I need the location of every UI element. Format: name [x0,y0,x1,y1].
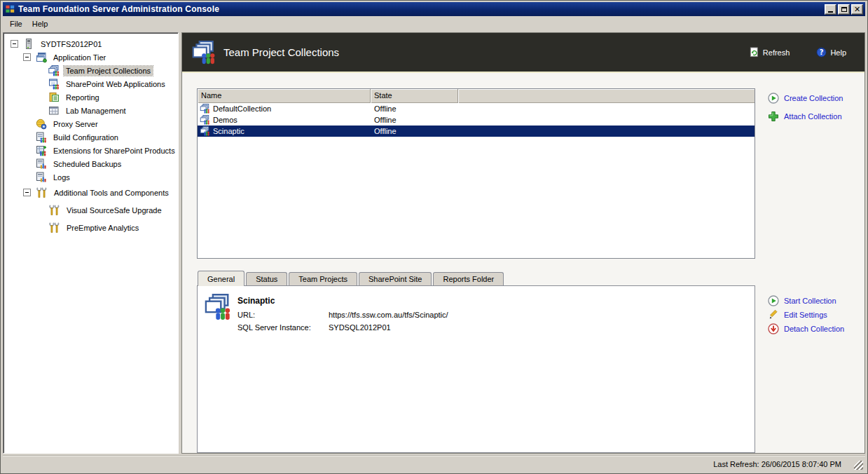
tab-general[interactable]: General [198,271,244,286]
team-project-collection-icon [205,294,231,320]
help-button[interactable]: Help [816,47,846,57]
collapse-expander-icon[interactable] [23,189,31,196]
application-tier-icon [36,52,47,63]
collection-row-defaultcollection[interactable]: DefaultCollection Offline [198,103,755,114]
tree-item-team-project-collections[interactable]: Team Project Collections [6,64,177,77]
close-button[interactable]: ✕ [851,4,863,15]
tools-icon [48,222,60,234]
general-tab-panel: Scinaptic URL: https://tfs.ssw.com.au/tf… [197,285,755,453]
collection-state: Offline [371,104,458,113]
edit-settings-link[interactable]: Edit Settings [768,309,844,320]
collections-list: Name State DefaultCollection Offline Dem… [197,88,755,259]
lab-management-icon [48,105,60,116]
tab-team-projects[interactable]: Team Projects [289,272,357,285]
tab-status[interactable]: Status [246,272,287,285]
tree-item-reporting[interactable]: Reporting [6,90,177,104]
collection-icon [200,104,210,114]
tree-item-server[interactable]: SYDTFS2012P01 [6,37,177,50]
create-collection-link[interactable]: Create Collection [768,93,843,104]
detail-actions: Start Collection Edit Settings Detach Co… [768,285,844,453]
build-configuration-icon [36,132,47,143]
maximize-icon [841,7,847,12]
play-circle-icon [768,295,779,306]
detail-tabs: General Status Team Projects SharePoint … [197,269,855,285]
collapse-expander-icon[interactable] [23,53,31,61]
resize-grip[interactable] [854,461,863,470]
play-circle-icon [768,93,779,104]
team-project-collections-icon [48,65,60,76]
refresh-button[interactable]: Refresh [749,47,790,57]
collection-actions: Create Collection Attach Collection [768,88,843,259]
column-header-empty[interactable] [458,89,755,103]
menubar: File Help [3,16,865,31]
menu-file[interactable]: File [5,18,27,30]
last-refresh-status: Last Refresh: 26/06/2015 8:07:40 PM [713,460,841,468]
navigation-tree: SYDTFS2012P01 Application Tier Team Proj… [3,32,179,454]
pencil-icon [768,309,779,320]
collapse-expander-icon[interactable] [11,40,18,48]
help-icon [816,47,827,57]
plus-icon [768,111,779,122]
collection-icon [200,126,210,136]
sql-instance-value: SYDSQL2012P01 [329,323,391,332]
collection-state: Offline [371,127,458,135]
tree-item-additional-tools[interactable]: Additional Tools and Components [6,184,177,201]
extensions-icon [36,145,47,156]
tree-item-application-tier[interactable]: Application Tier [6,50,177,64]
refresh-icon [749,47,759,57]
minimize-icon [828,11,833,13]
window-title: Team Foundation Server Administration Co… [18,4,825,14]
reporting-icon [48,92,60,103]
collection-name-heading: Scinaptic [237,294,448,306]
proxy-server-icon [36,118,47,130]
column-header-state[interactable]: State [371,89,458,103]
collection-row-demos[interactable]: Demos Offline [198,114,755,126]
start-collection-link[interactable]: Start Collection [768,295,844,306]
app-logo-icon [5,4,15,14]
tools-icon [36,187,48,199]
url-label: URL: [237,311,329,319]
detach-circle-icon [768,323,779,334]
server-icon [23,39,34,50]
main-panel: Team Project Collections Refresh Help Na… [181,32,865,454]
logs-icon [36,172,47,183]
attach-collection-link[interactable]: Attach Collection [768,111,843,122]
sharepoint-web-applications-icon [48,79,60,90]
close-icon: ✕ [854,6,860,13]
tab-reports-folder[interactable]: Reports Folder [433,272,504,285]
list-header: Name State [198,89,755,103]
titlebar[interactable]: Team Foundation Server Administration Co… [3,2,865,16]
scheduled-backups-icon [36,158,47,170]
page-title: Team Project Collections [223,46,749,58]
url-value: https://tfs.ssw.com.au/tfs/Scinaptic/ [329,311,448,319]
collection-state: Offline [371,116,458,124]
tree-item-scheduled-backups[interactable]: Scheduled Backups [6,157,177,170]
tab-sharepoint-site[interactable]: SharePoint Site [359,272,432,285]
tree-item-preemptive-analytics[interactable]: PreEmptive Analytics [6,219,177,236]
collection-row-scinaptic[interactable]: Scinaptic Offline [198,126,755,137]
app-window: Team Foundation Server Administration Co… [0,0,868,474]
column-header-name[interactable]: Name [198,89,371,103]
status-bar: Last Refresh: 26/06/2015 8:07:40 PM [3,455,865,472]
collection-icon [200,115,210,125]
tree-item-lab-management[interactable]: Lab Management [6,104,177,117]
tree-item-build-configuration[interactable]: Build Configuration [6,130,177,144]
team-project-collections-icon [191,41,216,65]
tools-icon [48,204,60,217]
tree-item-visual-sourcesafe-upgrade[interactable]: Visual SourceSafe Upgrade [6,201,177,219]
minimize-button[interactable] [825,4,836,15]
tree-item-logs[interactable]: Logs [6,170,177,184]
sql-instance-label: SQL Server Instance: [237,323,329,332]
tree-item-sharepoint-web-applications[interactable]: SharePoint Web Applications [6,77,177,90]
tree-item-proxy-server[interactable]: Proxy Server [6,117,177,130]
detach-collection-link[interactable]: Detach Collection [768,323,844,334]
tree-item-extensions-for-sharepoint[interactable]: Extensions for SharePoint Products [6,144,177,157]
maximize-button[interactable] [838,4,850,15]
page-header: Team Project Collections Refresh Help [182,33,864,72]
menu-help[interactable]: Help [27,18,53,30]
